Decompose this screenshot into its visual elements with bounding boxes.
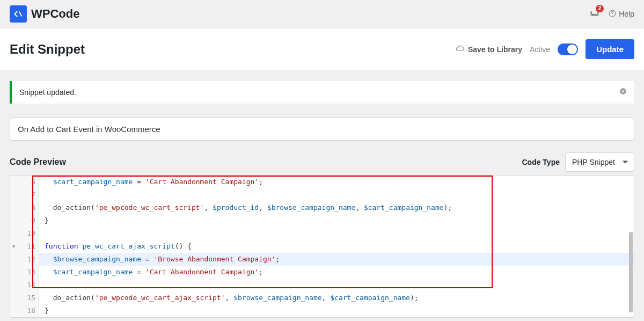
code-line[interactable]: [39, 227, 634, 240]
line-number: 7: [10, 188, 39, 201]
page-header: Edit Snippet Save to Library Active Upda…: [0, 28, 644, 70]
snippet-title-input[interactable]: [10, 118, 634, 141]
code-line[interactable]: [39, 279, 634, 291]
update-button[interactable]: Update: [586, 39, 634, 59]
code-type-wrap: Code Type PHP Snippet: [522, 152, 634, 172]
line-number: 13: [10, 266, 39, 279]
close-icon: [619, 87, 627, 95]
code-line[interactable]: $cart_campaign_name = 'Cart Abandonment …: [39, 176, 634, 188]
save-to-library-button[interactable]: Save to Library: [455, 43, 522, 55]
notice-dismiss-button[interactable]: [619, 87, 627, 97]
code-line[interactable]: $cart_campaign_name = 'Cart Abandonment …: [39, 266, 634, 279]
success-notice: Snippet updated.: [10, 81, 634, 104]
save-to-library-label: Save to Library: [468, 45, 522, 54]
editor-outer: 67891011▼1213141516 $cart_campaign_name …: [10, 175, 634, 318]
code-type-label: Code Type: [522, 158, 560, 166]
content-body: Snippet updated. Code Preview Code Type …: [0, 70, 644, 321]
code-icon: [13, 9, 23, 19]
notice-text: Snippet updated.: [19, 88, 76, 97]
line-number: 14: [10, 279, 39, 291]
code-line[interactable]: }: [39, 214, 634, 227]
active-label: Active: [530, 45, 550, 54]
line-number: 16: [10, 304, 39, 317]
fold-marker-icon[interactable]: ▼: [12, 240, 15, 253]
help-icon: [608, 9, 617, 19]
header-actions: Save to Library Active Update: [455, 39, 634, 59]
brand-name: WPCode: [31, 7, 79, 21]
line-number: 11▼: [10, 240, 39, 253]
line-number: 10: [10, 227, 39, 240]
top-right: 2 Help: [590, 8, 634, 20]
top-bar: WPCode 2 Help: [0, 0, 644, 28]
code-body[interactable]: $cart_campaign_name = 'Cart Abandonment …: [39, 176, 634, 317]
notifications-button[interactable]: 2: [590, 8, 599, 20]
code-preview-label: Code Preview: [10, 157, 66, 167]
code-line[interactable]: }: [39, 304, 634, 317]
line-number: 12: [10, 253, 39, 266]
line-number: 15: [10, 291, 39, 304]
code-line[interactable]: do_action('pe_wpcode_wc_cart_ajax_script…: [39, 291, 634, 304]
page-title: Edit Snippet: [10, 42, 85, 57]
code-line[interactable]: [39, 188, 634, 201]
line-number: 8: [10, 201, 39, 214]
line-number: 9: [10, 214, 39, 227]
cloud-icon: [455, 43, 465, 55]
code-line[interactable]: function pe_wc_cart_ajax_script() {: [39, 240, 634, 253]
gutter: 67891011▼1213141516: [10, 176, 39, 317]
code-type-select-wrap: PHP Snippet: [565, 152, 634, 172]
code-line[interactable]: $browse_campaign_name = 'Browse Abandonm…: [39, 253, 634, 266]
scrollbar-thumb[interactable]: [629, 232, 633, 312]
code-editor[interactable]: 67891011▼1213141516 $cart_campaign_name …: [10, 175, 634, 318]
active-toggle[interactable]: [558, 43, 578, 55]
brand: WPCode: [10, 5, 79, 23]
code-line[interactable]: do_action('pe_wpcode_wc_cart_script', $p…: [39, 201, 634, 214]
help-label: Help: [619, 10, 634, 18]
brand-logo: [10, 5, 27, 23]
notification-count-badge: 2: [596, 5, 604, 12]
help-link[interactable]: Help: [608, 9, 634, 19]
section-header: Code Preview Code Type PHP Snippet: [10, 152, 634, 172]
code-type-select[interactable]: PHP Snippet: [565, 152, 634, 172]
line-number: 6: [10, 176, 39, 188]
